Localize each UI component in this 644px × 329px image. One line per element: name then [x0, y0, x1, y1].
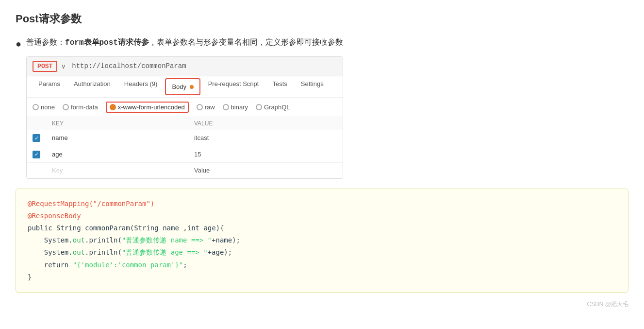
col-key: KEY — [46, 117, 188, 130]
tab-settings[interactable]: Settings — [295, 76, 330, 97]
params-table: KEY VALUE ✓ name itcast ✓ age — [27, 117, 343, 178]
bullet-text: 普通参数：form表单post请求传参，表单参数名与形参变量名相同，定义形参即可… — [26, 38, 343, 46]
row1-checkbox[interactable]: ✓ — [27, 130, 46, 146]
radio-raw[interactable]: raw — [197, 104, 215, 111]
col-value: VALUE — [188, 117, 343, 130]
radio-circle-graphql — [256, 104, 262, 110]
code-line-1: @RequestMapping("/commonParam") — [28, 198, 616, 210]
tab-tests[interactable]: Tests — [266, 76, 293, 97]
url-bar: POST ∨ http://localhost/commonParam — [27, 57, 343, 76]
code-block: @RequestMapping("/commonParam") @Respons… — [16, 189, 628, 293]
code-line-2: @ResponseBody — [28, 210, 616, 222]
radio-circle-urlencoded — [110, 104, 116, 110]
row3-value-placeholder[interactable]: Value — [188, 162, 343, 178]
bullet-content: 普通参数：form表单post请求传参，表单参数名与形参变量名相同，定义形参即可… — [26, 36, 343, 179]
table-row-placeholder: Key Value — [27, 162, 343, 178]
method-badge[interactable]: POST — [33, 61, 57, 72]
table-row: ✓ age 15 — [27, 146, 343, 163]
postman-panel: POST ∨ http://localhost/commonParam Para… — [26, 56, 343, 179]
tab-authorization[interactable]: Authorization — [68, 76, 116, 97]
row2-value[interactable]: 15 — [188, 146, 343, 163]
body-types: none form-data x-www-form-urlencoded raw — [27, 98, 343, 117]
radio-graphql[interactable]: GraphQL — [256, 104, 290, 111]
code-line-3: public String commonParam(String name ,i… — [28, 222, 616, 234]
table-row: ✓ name itcast — [27, 130, 343, 146]
url-text: http://localhost/commonParam — [72, 62, 186, 70]
radio-urlencoded[interactable]: x-www-form-urlencoded — [106, 102, 189, 113]
postman-tabs: Params Authorization Headers (9) Body Pr… — [27, 76, 343, 98]
bullet-section: ● 普通参数：form表单post请求传参，表单参数名与形参变量名相同，定义形参… — [16, 36, 628, 179]
tab-body[interactable]: Body — [165, 78, 200, 95]
bullet-dot: ● — [16, 37, 21, 51]
code-line-7: } — [28, 271, 616, 283]
row1-value[interactable]: itcast — [188, 130, 343, 146]
row2-checkbox[interactable]: ✓ — [27, 146, 46, 163]
row2-key[interactable]: age — [46, 146, 188, 163]
code-line-5: System.out.println("普通参数传递 age ==> "+age… — [28, 246, 616, 259]
code-line-6: return "{'module':'common param'}"; — [28, 259, 616, 271]
page-title: Post请求参数 — [16, 12, 628, 26]
footer-credit: CSDN @肥大毛 — [16, 300, 628, 309]
row1-key[interactable]: name — [46, 130, 188, 146]
row3-checkbox — [27, 162, 46, 178]
table-header-row: KEY VALUE — [27, 117, 343, 130]
tab-headers[interactable]: Headers (9) — [118, 76, 164, 97]
radio-form-data[interactable]: form-data — [63, 104, 98, 111]
radio-binary[interactable]: binary — [223, 104, 248, 111]
tab-params[interactable]: Params — [33, 76, 66, 97]
url-dropdown[interactable]: ∨ — [61, 63, 66, 70]
radio-circle-form-data — [63, 104, 69, 110]
radio-circle-none — [33, 104, 39, 110]
bullet-item: ● 普通参数：form表单post请求传参，表单参数名与形参变量名相同，定义形参… — [16, 36, 628, 179]
body-indicator — [190, 85, 194, 89]
tab-pre-request[interactable]: Pre-request Script — [202, 76, 265, 97]
col-checkbox — [27, 117, 46, 130]
radio-circle-binary — [223, 104, 229, 110]
radio-none[interactable]: none — [33, 104, 55, 111]
row3-key-placeholder[interactable]: Key — [46, 162, 188, 178]
radio-circle-raw — [197, 104, 203, 110]
code-line-4: System.out.println("普通参数传递 name ==> "+na… — [28, 234, 616, 246]
